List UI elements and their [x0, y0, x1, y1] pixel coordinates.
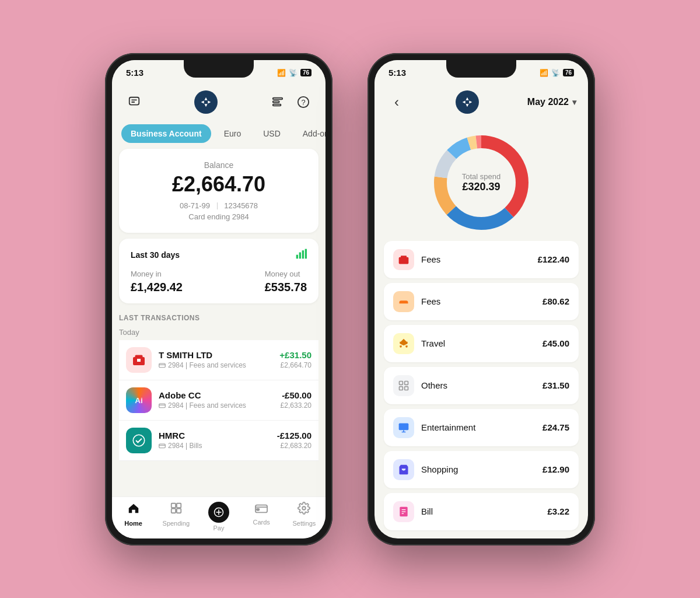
balance-label: Balance — [131, 160, 307, 170]
tx-info-hmrc: HMRC 2984 | Bills — [159, 431, 270, 450]
category-item-fees2[interactable]: Fees £80.62 — [384, 283, 579, 320]
status-time-1: 5:13 — [126, 68, 144, 78]
top-nav-1: ? — [112, 86, 326, 118]
tx-balance-tsmith: £2,664.70 — [279, 361, 312, 369]
svg-rect-8 — [296, 254, 298, 258]
month-label: May 2022 — [527, 97, 569, 107]
tab-euro[interactable]: Euro — [215, 124, 251, 143]
cat-amount-fees2: £80.62 — [542, 296, 569, 306]
tx-sub-tsmith: 2984 | Fees and services — [159, 361, 272, 369]
back-button[interactable]: ‹ — [386, 92, 407, 113]
category-item-travel[interactable]: Travel £45.00 — [384, 325, 579, 362]
tx-avatar-hmrc — [126, 428, 152, 453]
svg-rect-24 — [177, 503, 181, 507]
sort-code: 08-71-99 — [180, 201, 210, 210]
donut-section: Total spend £320.39 — [374, 118, 588, 241]
tx-info-adobe: Adobe CC 2984 | Fees and services — [159, 390, 274, 410]
svg-rect-21 — [159, 444, 166, 448]
cat-name-travel: Travel — [421, 338, 536, 348]
nav-spending[interactable]: Spending — [155, 502, 197, 531]
category-item-shopping[interactable]: Shopping £12.90 — [384, 451, 579, 488]
nav-settings[interactable]: Settings — [283, 502, 326, 531]
cat-name-fees2: Fees — [421, 296, 536, 306]
svg-rect-45 — [405, 381, 408, 384]
nav-cards[interactable]: Cards — [240, 502, 283, 531]
cat-amount-shopping: £12.90 — [542, 464, 569, 474]
tab-addons[interactable]: Add-ons — [293, 124, 326, 143]
svg-rect-48 — [399, 423, 409, 430]
transactions-section: LAST TRANSACTIONS Today T SMITH LTD — [119, 309, 318, 496]
tx-name-hmrc: HMRC — [159, 431, 270, 440]
cat-amount-others: £31.50 — [542, 380, 569, 390]
svg-rect-13 — [135, 355, 142, 358]
money-out-value: £535.78 — [265, 281, 307, 294]
donut-center: Total spend £320.39 — [462, 172, 501, 193]
tx-amounts-adobe: -£50.00 £2,633.20 — [281, 390, 312, 410]
signal-icon: 📶 — [277, 69, 286, 77]
cat-name-others: Others — [421, 380, 536, 390]
svg-rect-0 — [130, 97, 139, 104]
svg-rect-18 — [159, 404, 166, 408]
category-item-entertainment[interactable]: Entertainment £24.75 — [384, 409, 579, 446]
svg-point-33 — [303, 506, 306, 510]
transactions-title: LAST TRANSACTIONS — [119, 309, 318, 324]
status-bar-1: 5:13 📶 📡 76 — [112, 60, 326, 86]
cat-name-fees1: Fees — [421, 254, 531, 264]
tab-business-account[interactable]: Business Account — [121, 124, 211, 143]
stats-title: Last 30 days — [131, 250, 180, 260]
nav-home[interactable]: Home — [112, 502, 155, 531]
card-info: Card ending 2984 — [131, 212, 307, 221]
phone2-top-nav: ‹ May 2022 ▾ — [374, 86, 588, 118]
category-item-bill[interactable]: Bill £3.22 — [384, 493, 579, 530]
account-tabs: Business Account Euro USD Add-ons — [112, 118, 326, 149]
svg-text:?: ? — [301, 97, 305, 106]
svg-rect-15 — [159, 363, 166, 368]
phone-2: 5:13 📶 📡 76 ‹ May 2022 ▾ — [368, 53, 595, 545]
wifi-icon: 📡 — [289, 69, 298, 77]
month-selector[interactable]: May 2022 ▾ — [527, 97, 576, 107]
more-icon[interactable] — [267, 92, 288, 113]
tx-balance-hmrc: £2,683.20 — [277, 442, 312, 450]
notch-2 — [446, 60, 516, 78]
money-out-label: Money out — [265, 270, 307, 278]
stats-section: Last 30 days Money in £1,429.42 — [119, 239, 318, 303]
nav-spending-label: Spending — [163, 520, 190, 527]
cat-amount-bill: £3.22 — [547, 506, 569, 516]
phone-1: 5:13 📶 📡 76 — [105, 53, 332, 545]
tx-amount-tsmith: +£31.50 — [279, 350, 312, 360]
category-item-others[interactable]: Others £31.50 — [384, 367, 579, 404]
donut-label: Total spend — [462, 172, 501, 181]
category-list: Fees £122.40 Fees £80.62 Travel £45.00 — [374, 241, 588, 538]
svg-rect-32 — [257, 509, 260, 510]
nav-home-label: Home — [124, 520, 142, 527]
cat-amount-travel: £45.00 — [542, 338, 569, 348]
spending-donut-chart: Total spend £320.39 — [429, 130, 534, 235]
chat-icon[interactable] — [124, 92, 145, 113]
phone1-content: ? Business Account Euro USD Add-ons Bala… — [112, 86, 326, 538]
cat-icon-bill — [393, 501, 414, 522]
transaction-item[interactable]: T SMITH LTD 2984 | Fees and services +£3… — [119, 340, 318, 380]
money-in-col: Money in £1,429.42 — [131, 270, 183, 294]
nav-pay[interactable]: Pay — [197, 502, 240, 531]
svg-rect-46 — [400, 386, 403, 390]
svg-rect-25 — [172, 508, 176, 512]
cat-name-bill: Bill — [421, 506, 540, 516]
pay-icon — [208, 502, 229, 523]
cat-icon-travel — [393, 333, 414, 354]
svg-rect-43 — [401, 256, 407, 258]
cat-icon-fees1 — [393, 249, 414, 270]
category-item-fees1[interactable]: Fees £122.40 — [384, 241, 579, 278]
spending-icon — [170, 502, 183, 518]
help-icon[interactable]: ? — [293, 92, 314, 113]
svg-rect-14 — [137, 359, 141, 362]
notch-1 — [184, 60, 254, 78]
transaction-item[interactable]: Ai Adobe CC 2984 | Fees and services -£5… — [119, 380, 318, 421]
date-today: Today — [119, 324, 318, 340]
tx-sub-adobe: 2984 | Fees and services — [159, 401, 274, 410]
money-in-value: £1,429.42 — [131, 281, 183, 294]
tab-usd[interactable]: USD — [254, 124, 290, 143]
cat-name-shopping: Shopping — [421, 464, 536, 474]
donut-value: £320.39 — [462, 181, 501, 193]
transaction-item[interactable]: HMRC 2984 | Bills -£125.00 £2,683.20 — [119, 421, 318, 461]
wifi-icon-2: 📡 — [551, 69, 560, 77]
